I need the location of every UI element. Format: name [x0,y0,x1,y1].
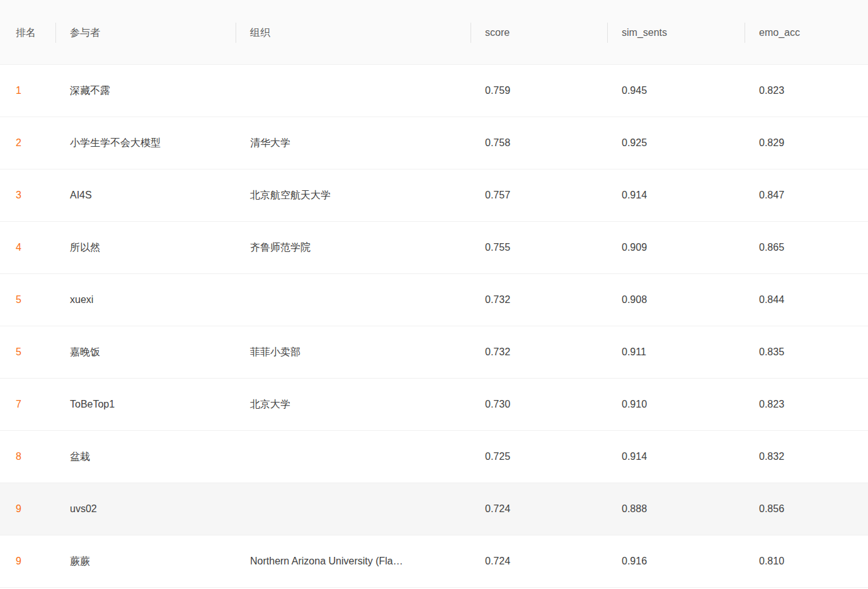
table-row: 1 深藏不露 0.759 0.945 0.823 [0,65,868,117]
table-row: 8 盆栽 0.725 0.914 0.832 [0,431,868,483]
cell-organization: Northern Arizona University (Fla… [236,556,471,567]
cell-organization: 齐鲁师范学院 [236,241,471,254]
cell-score: 0.732 [471,346,608,358]
cell-emo-acc: 0.835 [745,346,868,358]
leaderboard-table: 排名 参与者 组织 score sim_sents emo_acc 1 深藏不露… [0,0,868,588]
cell-rank: 3 [0,190,56,201]
cell-emo-acc: 0.856 [745,503,868,515]
cell-emo-acc: 0.832 [745,451,868,462]
cell-organization: 北京大学 [236,398,471,411]
cell-score: 0.732 [471,294,608,306]
cell-organization: 北京航空航天大学 [236,189,471,202]
cell-sim-sents: 0.910 [608,399,745,410]
cell-participant: 所以然 [56,241,236,254]
header-cell-organization: 组织 [236,0,471,65]
cell-sim-sents: 0.925 [608,137,745,149]
table-header: 排名 参与者 组织 score sim_sents emo_acc [0,0,868,65]
table-row: 5 xuexi 0.732 0.908 0.844 [0,274,868,326]
cell-sim-sents: 0.908 [608,294,745,306]
cell-emo-acc: 0.823 [745,399,868,410]
cell-rank: 9 [0,503,56,515]
cell-score: 0.758 [471,137,608,149]
cell-sim-sents: 0.888 [608,503,745,515]
cell-score: 0.759 [471,85,608,96]
cell-emo-acc: 0.865 [745,242,868,253]
cell-participant: xuexi [56,294,236,306]
cell-participant: 嘉晚饭 [56,346,236,359]
cell-participant: 深藏不露 [56,84,236,98]
cell-rank: 8 [0,451,56,462]
table-row: 9 uvs02 0.724 0.888 0.856 [0,483,868,535]
table-row: 7 ToBeTop1 北京大学 0.730 0.910 0.823 [0,379,868,431]
cell-rank: 7 [0,399,56,410]
cell-emo-acc: 0.810 [745,556,868,567]
cell-rank: 4 [0,242,56,253]
header-cell-rank: 排名 [0,0,56,65]
table-body: 1 深藏不露 0.759 0.945 0.823 2 小学生学不会大模型 清华大… [0,65,868,588]
cell-emo-acc: 0.829 [745,137,868,149]
cell-score: 0.757 [471,190,608,201]
cell-sim-sents: 0.911 [608,346,745,358]
cell-rank: 1 [0,85,56,96]
table-row: 3 AI4S 北京航空航天大学 0.757 0.914 0.847 [0,169,868,222]
cell-score: 0.730 [471,399,608,410]
header-cell-sim-sents: sim_sents [608,0,745,65]
cell-rank: 5 [0,294,56,306]
cell-participant: ToBeTop1 [56,399,236,410]
cell-score: 0.724 [471,556,608,567]
cell-emo-acc: 0.844 [745,294,868,306]
cell-score: 0.724 [471,503,608,515]
cell-emo-acc: 0.847 [745,190,868,201]
cell-emo-acc: 0.823 [745,85,868,96]
cell-sim-sents: 0.945 [608,85,745,96]
cell-organization: 菲菲小卖部 [236,346,471,359]
header-cell-score: score [471,0,608,65]
cell-sim-sents: 0.914 [608,451,745,462]
cell-sim-sents: 0.909 [608,242,745,253]
cell-rank: 9 [0,556,56,567]
cell-rank: 5 [0,346,56,358]
header-cell-participant: 参与者 [56,0,236,65]
cell-organization: 清华大学 [236,137,471,150]
cell-participant: 小学生学不会大模型 [56,137,236,150]
cell-score: 0.755 [471,242,608,253]
cell-sim-sents: 0.914 [608,190,745,201]
table-row: 4 所以然 齐鲁师范学院 0.755 0.909 0.865 [0,222,868,274]
table-row: 5 嘉晚饭 菲菲小卖部 0.732 0.911 0.835 [0,326,868,379]
table-row: 2 小学生学不会大模型 清华大学 0.758 0.925 0.829 [0,117,868,169]
cell-rank: 2 [0,137,56,149]
cell-participant: 蕨蕨 [56,555,236,568]
cell-sim-sents: 0.916 [608,556,745,567]
cell-score: 0.725 [471,451,608,462]
cell-participant: 盆栽 [56,450,236,464]
cell-participant: AI4S [56,190,236,201]
table-row: 9 蕨蕨 Northern Arizona University (Fla… 0… [0,535,868,588]
header-cell-emo-acc: emo_acc [745,0,868,65]
cell-participant: uvs02 [56,503,236,515]
